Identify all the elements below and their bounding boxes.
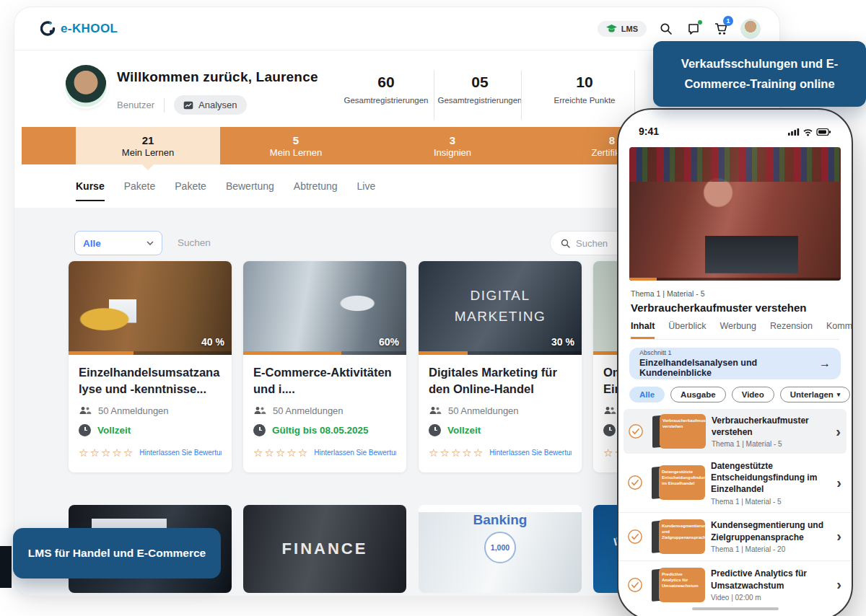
cart-count-badge: 1 <box>723 16 733 26</box>
video-progress-bar[interactable] <box>629 278 841 281</box>
people-icon <box>253 406 266 415</box>
course-card[interactable]: DIGITAL MARKETING 30 % Digitales Marketi… <box>419 261 582 472</box>
ekhool-logo[interactable]: e-KHOOL <box>40 21 118 36</box>
stat-value: 05 <box>426 74 534 91</box>
analytics-button[interactable]: Analysen <box>174 95 246 115</box>
home-indicator[interactable] <box>692 607 779 610</box>
image-text: Banking <box>419 512 582 528</box>
enrollment-count: 50 Anmeldungen <box>273 405 344 416</box>
status-time: 9:41 <box>639 126 659 137</box>
review-link[interactable]: Hinterlassen Sie Bewertungen <box>489 449 572 457</box>
learnbar-label: Insignien <box>380 147 525 158</box>
phone-tabs: Inhalt Überblick Werbung Rezension Komme… <box>631 321 839 340</box>
header-avatar[interactable] <box>740 19 761 39</box>
enrollment-count: 50 Anmeldungen <box>448 405 519 416</box>
phone-tab-ueberblick[interactable]: Überblick <box>668 321 706 339</box>
course-status: Gültig bis 08.05.2025 <box>272 425 369 436</box>
chip-alle[interactable]: Alle <box>629 387 665 402</box>
notification-icon[interactable] <box>686 21 701 37</box>
review-link[interactable]: Hinterlassen Sie Bewertungen <box>139 449 222 457</box>
tab-kurse[interactable]: Kurse <box>76 180 105 201</box>
chip-video[interactable]: Video <box>732 387 774 402</box>
section-card[interactable]: Abschnitt 1 Einzelhandelsanalysen und Ku… <box>629 348 841 379</box>
clock-icon <box>429 424 441 436</box>
learnbar-item-mein-lernen-active[interactable]: 21 Mein Lernen <box>76 127 220 164</box>
status-icons <box>788 127 831 136</box>
progress-label: 60% <box>379 336 399 348</box>
lesson-title: Verbraucherkaufmuster verstehen <box>631 302 839 314</box>
phone-tab-werbung[interactable]: Werbung <box>720 321 756 339</box>
thumbnail-title: Verbraucherkaufmuster verstehen <box>660 414 706 449</box>
learnbar-label: Mein Lernen <box>224 147 368 158</box>
lesson-video[interactable] <box>629 147 841 281</box>
course-card[interactable]: 60% E-Commerce-Aktivitäten und i.... 50 … <box>243 261 406 472</box>
course-image-finance: FINANCE <box>243 505 406 593</box>
promo-banner-top: Verkaufsschulungen und E-Commerce-Traini… <box>653 41 866 107</box>
progress-label: 40 % <box>201 336 224 348</box>
lesson-item[interactable]: Datengestützte Entscheidungsfindung im E… <box>618 454 852 512</box>
review-link[interactable]: Hinterlassen Sie Bewertungen <box>314 449 396 457</box>
lesson-thumbnail: Predictive Analytics für Umsatzwachstum <box>649 568 705 602</box>
lesson-meta: Thema 1 | Material - 5 <box>631 289 839 298</box>
stat-points: 10 Erreichte Punkte <box>523 74 646 105</box>
caret-down-icon: ▾ <box>837 391 841 398</box>
search-icon[interactable] <box>658 21 674 37</box>
lesson-item[interactable]: Predictive Analytics für Umsatzwachstum … <box>618 560 852 609</box>
filter-dropdown[interactable]: Alle <box>74 231 162 255</box>
tab-bewertung[interactable]: Bewertung <box>226 180 274 201</box>
course-image-banking: Banking 1,000 <box>419 512 582 593</box>
chevron-right-icon[interactable]: › <box>836 423 842 440</box>
tab-pakete[interactable]: Pakete <box>124 180 156 201</box>
course-card-finance[interactable]: FINANCE <box>243 505 406 593</box>
course-status: Vollzeit <box>447 425 481 436</box>
enrollment-row: 50 Anmeldungen <box>79 405 222 416</box>
people-icon <box>429 406 442 415</box>
lms-badge-label: LMS <box>621 25 638 33</box>
promo-banner-top-text: Verkaufsschulungen und E-Commerce-Traini… <box>666 54 853 93</box>
check-circle-icon <box>627 529 643 545</box>
course-card-banking[interactable]: Banking 1,000 <box>419 505 582 593</box>
tab-live[interactable]: Live <box>357 180 376 201</box>
chevron-right-icon[interactable]: › <box>836 528 843 545</box>
tab-pakete-2[interactable]: Pakete <box>175 180 206 201</box>
phone-tab-kommentare[interactable]: Kommentare <box>826 321 853 339</box>
image-text: FINANCE <box>282 540 368 558</box>
phone-tab-inhalt[interactable]: Inhalt <box>631 321 655 339</box>
chip-unterlagen[interactable]: Unterlagen ▾ <box>780 387 851 402</box>
cropped-edge-element <box>0 546 12 588</box>
star-rating[interactable]: ☆☆☆☆☆ <box>79 446 134 459</box>
course-title: Digitales Marketing für den Online-Hande… <box>429 364 572 397</box>
lesson-thumbnail: Datengestützte Entscheidungsfindung im E… <box>649 465 705 500</box>
lesson-item-meta: Video | 02:00 m <box>711 594 831 602</box>
clock-icon <box>603 424 616 436</box>
course-title: E-Commerce-Aktivitäten und i.... <box>253 364 396 397</box>
course-card[interactable]: 40 % Einzelhandelsumsatzanalyse und -ken… <box>69 261 232 472</box>
lesson-item[interactable]: Verbraucherkaufmuster verstehen Verbrauc… <box>624 409 847 454</box>
lesson-item-meta: Thema 1 | Material - 5 <box>712 440 830 448</box>
learnbar-item-insignien[interactable]: 3 Insignien <box>380 134 525 158</box>
lesson-item-title: Predictive Analytics für Umsatzwachstum <box>711 568 831 591</box>
tab-abtretung[interactable]: Abtretung <box>294 180 338 201</box>
search-icon <box>561 239 570 248</box>
lms-badge[interactable]: LMS <box>598 21 647 37</box>
lesson-thumbnail: Kundensegmentierung und Zielgruppenanspr… <box>649 519 705 554</box>
cart-icon[interactable]: 1 <box>713 21 729 37</box>
chevron-right-icon[interactable]: › <box>836 475 843 491</box>
screenshot-root: e-KHOOL LMS <box>0 0 866 616</box>
lesson-item[interactable]: Kundensegmentierung und Zielgruppenanspr… <box>618 512 852 560</box>
progress-bar <box>243 351 406 355</box>
phone-tab-rezension[interactable]: Rezension <box>770 321 813 339</box>
people-icon <box>603 406 616 415</box>
chevron-right-icon[interactable]: › <box>836 576 843 593</box>
chip-ausgabe[interactable]: Ausgabe <box>670 387 726 402</box>
progress-label: 30 % <box>551 336 574 348</box>
star-rating[interactable]: ☆☆☆☆☆ <box>429 446 484 459</box>
learnbar-count: 5 <box>224 134 368 146</box>
arrow-right-icon[interactable]: → <box>819 357 831 370</box>
header-actions: LMS <box>598 19 761 39</box>
learnbar-item-mein-lernen[interactable]: 5 Mein Lernen <box>224 134 368 158</box>
user-avatar[interactable] <box>65 65 107 107</box>
star-rating[interactable]: ☆☆☆☆☆ <box>253 446 309 459</box>
check-circle-icon <box>627 577 643 593</box>
course-title: Einzelhandelsumsatzanalyse und -kenntnis… <box>79 364 222 397</box>
